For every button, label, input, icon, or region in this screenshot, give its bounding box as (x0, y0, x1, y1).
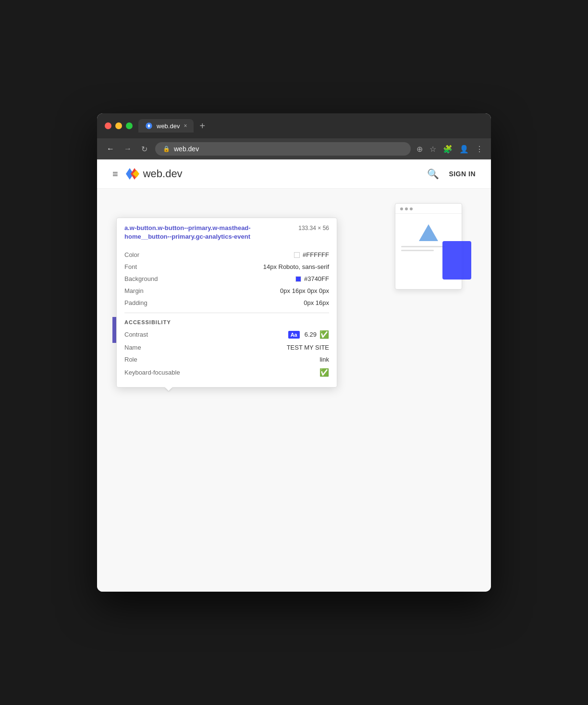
tab-bar: web.dev × + (138, 119, 483, 133)
page-content: ≡ web.dev 🔍 SIGN IN a.w (97, 159, 491, 592)
profile-icon[interactable]: 👤 (459, 145, 469, 154)
close-button[interactable] (105, 122, 111, 129)
role-value: link (319, 356, 329, 363)
accessibility-divider (124, 313, 329, 313)
color-label: Color (124, 251, 139, 258)
tooltip-arrow (165, 387, 172, 391)
minimize-button[interactable] (115, 122, 122, 129)
keyboard-value: ✅ (319, 368, 329, 377)
mockup-accent-block (442, 241, 471, 280)
tooltip-selector: a.w-button.w-button--primary.w-masthead-… (124, 224, 293, 241)
mockup-dot-2 (405, 207, 408, 210)
title-bar: web.dev × + (97, 113, 491, 138)
url-bar[interactable]: 🔒 web.dev (155, 142, 411, 156)
extensions-icon[interactable]: 🧩 (443, 145, 453, 154)
menu-icon[interactable]: ⋮ (476, 145, 483, 154)
back-button[interactable]: ← (105, 143, 116, 155)
site-logo[interactable]: web.dev (126, 167, 183, 181)
padding-label: Padding (124, 299, 147, 306)
element-inspector-tooltip: a.w-button.w-button--primary.w-masthead-… (116, 218, 337, 388)
mockup-line-1 (401, 246, 445, 247)
header-left: ≡ web.dev (112, 167, 183, 181)
zoom-icon[interactable]: ⊕ (416, 145, 423, 154)
background-label: Background (124, 275, 158, 282)
name-value: TEST MY SITE (287, 344, 329, 351)
keyboard-label: Keyboard-focusable (124, 369, 180, 376)
font-label: Font (124, 263, 137, 270)
browser-window: web.dev × + ← → ↻ 🔒 web.dev ⊕ ☆ 🧩 👤 ⋮ ≡ (97, 113, 491, 592)
tooltip-accessibility-header: ACCESSIBILITY (124, 317, 329, 328)
tooltip-name-row: Name TEST MY SITE (124, 341, 329, 353)
maximize-button[interactable] (126, 122, 133, 129)
color-value: #FFFFFF (294, 251, 329, 258)
browser-tab[interactable]: web.dev × (138, 119, 194, 133)
tooltip-dimensions: 133.34 × 56 (298, 224, 329, 231)
search-icon[interactable]: 🔍 (427, 168, 439, 180)
contrast-check-icon: ✅ (319, 330, 329, 339)
keyboard-check-icon: ✅ (319, 368, 329, 377)
traffic-lights (105, 122, 133, 129)
mockup-dot-3 (410, 207, 413, 210)
tooltip-color-row: Color #FFFFFF (124, 249, 329, 261)
tab-title: web.dev (157, 122, 180, 130)
header-right: 🔍 SIGN IN (427, 168, 476, 180)
tooltip-margin-row: Margin 0px 16px 0px 0px (124, 285, 329, 297)
hero-section: a.w-button.w-button--primary.w-masthead-… (97, 189, 491, 362)
refresh-button[interactable]: ↻ (139, 143, 149, 156)
accessibility-label: ACCESSIBILITY (124, 319, 171, 325)
browser-mockup-illustration (395, 203, 462, 290)
tab-close-icon[interactable]: × (184, 122, 187, 129)
tooltip-role-row: Role link (124, 353, 329, 365)
font-value: 14px Roboto, sans-serif (263, 263, 329, 270)
tab-favicon-icon (145, 122, 153, 130)
tooltip-body: Color #FFFFFF Font 14px Roboto, sans-ser… (117, 245, 337, 387)
padding-value: 0px 16px (304, 299, 329, 306)
hamburger-menu[interactable]: ≡ (112, 169, 118, 180)
color-swatch-white (294, 252, 300, 258)
margin-value: 0px 16px 0px 0px (280, 287, 329, 294)
new-tab-button[interactable]: + (199, 121, 205, 132)
contrast-badge: Aa (288, 331, 300, 339)
site-name: web.dev (143, 168, 183, 180)
tooltip-header: a.w-button.w-button--primary.w-masthead-… (117, 218, 337, 245)
background-value: #3740FF (295, 275, 329, 282)
mockup-triangle-shape (419, 224, 438, 241)
mockup-dot-1 (400, 207, 403, 210)
tooltip-contrast-row: Contrast Aa 6.29 ✅ (124, 328, 329, 341)
webdev-logo-icon (126, 167, 139, 181)
forward-button[interactable]: → (122, 143, 134, 155)
name-label: Name (124, 344, 141, 351)
role-label: Role (124, 356, 137, 363)
url-text: web.dev (174, 145, 199, 153)
mockup-dots (395, 204, 462, 214)
tooltip-font-row: Font 14px Roboto, sans-serif (124, 261, 329, 273)
lock-icon: 🔒 (163, 146, 170, 152)
browser-action-buttons: ⊕ ☆ 🧩 👤 ⋮ (416, 145, 483, 154)
tooltip-background-row: Background #3740FF (124, 273, 329, 285)
margin-label: Margin (124, 287, 144, 294)
contrast-label: Contrast (124, 331, 148, 338)
site-header: ≡ web.dev 🔍 SIGN IN (97, 159, 491, 189)
bookmark-icon[interactable]: ☆ (429, 145, 436, 154)
tooltip-padding-row: Padding 0px 16px (124, 297, 329, 309)
tooltip-keyboard-row: Keyboard-focusable ✅ (124, 365, 329, 379)
hero-illustration (395, 203, 481, 309)
background-swatch-icon (295, 276, 301, 282)
address-bar: ← → ↻ 🔒 web.dev ⊕ ☆ 🧩 👤 ⋮ (97, 138, 491, 159)
contrast-value: Aa 6.29 ✅ (288, 330, 329, 339)
sign-in-button[interactable]: SIGN IN (449, 170, 476, 178)
mockup-line-2 (401, 250, 434, 251)
